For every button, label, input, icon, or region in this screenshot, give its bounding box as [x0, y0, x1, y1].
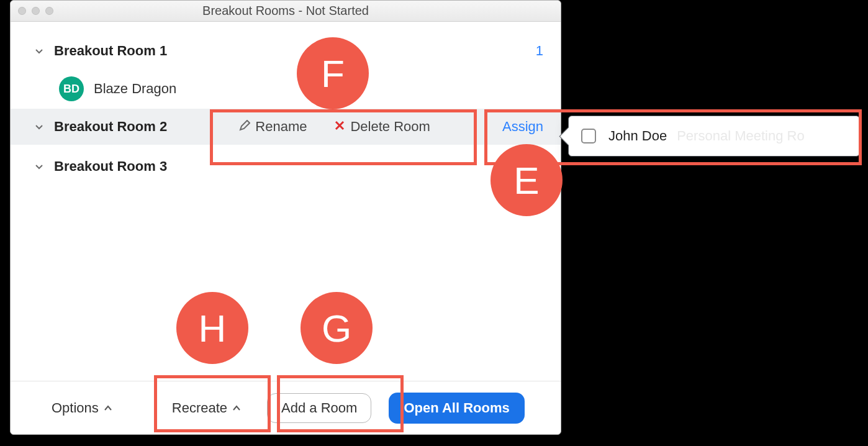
zoom-window-icon[interactable]	[45, 7, 53, 15]
titlebar[interactable]: Breakout Rooms - Not Started	[11, 1, 561, 22]
avatar: BD	[59, 76, 84, 101]
rooms-list: Breakout Room 1 1 BD Blaze Dragon Breako…	[11, 22, 561, 381]
breakout-rooms-window: Breakout Rooms - Not Started Breakout Ro…	[10, 0, 561, 435]
room-actions: Rename Delete Room	[167, 119, 502, 135]
room-participant-count: 1	[536, 43, 543, 59]
rename-button[interactable]: Rename	[239, 119, 307, 135]
assign-button[interactable]: Assign	[502, 119, 543, 135]
chevron-up-icon	[232, 400, 241, 416]
assign-popover-extra: Personal Meeting Ro	[677, 128, 804, 144]
chevron-down-icon[interactable]	[33, 160, 45, 173]
rename-label: Rename	[255, 119, 307, 135]
window-controls	[18, 7, 53, 15]
options-label: Options	[52, 400, 99, 416]
assign-popover-name[interactable]: John Doe	[608, 128, 667, 144]
add-room-button[interactable]: Add a Room	[267, 393, 371, 423]
chevron-down-icon[interactable]	[33, 121, 45, 133]
room-name: Breakout Room 3	[54, 158, 167, 175]
room-name: Breakout Room 2	[54, 119, 167, 135]
bottom-toolbar: Options Recreate Add a Room Open All Roo…	[11, 381, 561, 434]
recreate-label: Recreate	[172, 400, 227, 416]
close-window-icon[interactable]	[18, 7, 26, 15]
room-row[interactable]: Breakout Room 1 1	[11, 33, 561, 69]
room-row[interactable]: Breakout Room 3	[11, 148, 561, 184]
assign-checkbox[interactable]	[581, 129, 596, 143]
assign-popover: John Doe Personal Meeting Ro	[568, 116, 860, 157]
room-row[interactable]: Breakout Room 2 Rename Delete Room Assig…	[11, 109, 561, 145]
window-title: Breakout Rooms - Not Started	[11, 4, 561, 18]
participant-name: Blaze Dragon	[94, 81, 176, 97]
chevron-up-icon	[104, 400, 112, 416]
minimize-window-icon[interactable]	[32, 7, 40, 15]
options-menu[interactable]: Options	[43, 394, 121, 422]
pencil-icon	[239, 119, 250, 135]
recreate-menu[interactable]: Recreate	[163, 394, 250, 422]
delete-room-label: Delete Room	[350, 119, 430, 135]
participant-row[interactable]: BD Blaze Dragon	[11, 69, 561, 109]
chevron-down-icon[interactable]	[33, 45, 45, 57]
open-all-rooms-button[interactable]: Open All Rooms	[389, 393, 524, 424]
delete-room-button[interactable]: Delete Room	[334, 119, 430, 135]
x-icon	[334, 119, 345, 135]
room-name: Breakout Room 1	[54, 43, 167, 59]
